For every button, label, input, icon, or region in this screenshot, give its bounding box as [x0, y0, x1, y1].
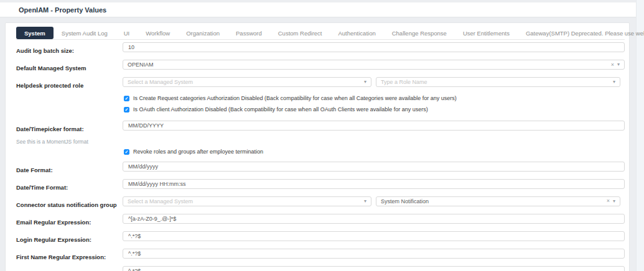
select-placeholder: Type a Role Name [381, 79, 613, 85]
momentjs-hint: See this is a MomentJS format [16, 139, 123, 145]
caret-down-icon: ▾ [364, 80, 366, 85]
tab-bar: System System Audit Log UI Workflow Orga… [16, 27, 625, 40]
helpdesk-role-name-select[interactable]: Type a Role Name ▾ [376, 77, 620, 87]
tab-organization[interactable]: Organization [178, 27, 228, 39]
field-row-email-regex: Email Regular Expression: [16, 214, 625, 227]
select-placeholder: Select a Managed System [128, 198, 364, 204]
connector-managed-system-select[interactable]: Select a Managed System ▾ [123, 196, 371, 206]
helpdesk-managed-system-select[interactable]: Select a Managed System ▾ [123, 77, 371, 87]
first-name-regex-input[interactable] [123, 249, 625, 259]
select-placeholder: Select a Managed System [128, 79, 364, 85]
tab-authentication[interactable]: Authentication [330, 27, 383, 39]
last-name-regex-input[interactable] [123, 266, 625, 271]
selected-value: OPENIAM [128, 62, 611, 68]
caret-down-icon: ▾ [613, 199, 615, 204]
oauth-client-checkbox[interactable]: ✓ [124, 107, 129, 113]
datetime-format-input[interactable] [123, 179, 625, 189]
tab-password[interactable]: Password [228, 27, 270, 39]
checkbox-label: Is Create Request categories Authorizati… [133, 96, 457, 102]
field-label: Connector status notification group [16, 201, 117, 208]
caret-down-icon: ▾ [364, 199, 366, 204]
field-label: Audit log batch size: [16, 47, 74, 54]
clear-icon[interactable]: × [607, 198, 610, 204]
page-header: OpenIAM - Property Values [0, 2, 644, 17]
field-row-helpdesk-protected-role: Helpdesk protected role Select a Managed… [16, 77, 625, 90]
system-properties-form: Audit log batch size: Default Managed Sy… [16, 40, 625, 271]
caret-down-icon: ▾ [617, 62, 620, 67]
field-label: Email Regular Expression: [16, 219, 91, 226]
property-values-card: System System Audit Log UI Workflow Orga… [5, 22, 630, 271]
page-title: OpenIAM - Property Values [19, 6, 106, 14]
tab-challenge-response[interactable]: Challenge Response [384, 27, 455, 39]
checkbox-label: Is OAuth client Authorization Disabled (… [133, 107, 428, 113]
field-row-audit-log-batch-size: Audit log batch size: [16, 42, 625, 55]
connector-notification-group-select[interactable]: System Notification × ▾ [376, 196, 620, 206]
tab-user-entitlements[interactable]: User Entitlements [455, 27, 518, 39]
checkbox-row-create-request: ✓ Is Create Request categories Authoriza… [124, 96, 625, 102]
field-label: Default Managed System [16, 65, 86, 71]
tab-system-audit-log[interactable]: System Audit Log [54, 27, 116, 39]
clear-icon[interactable]: × [611, 62, 614, 68]
field-row-connector-status-group: Connector status notification group Sele… [16, 196, 625, 209]
audit-log-batch-size-input[interactable] [123, 42, 625, 52]
datetimepicker-format-input[interactable] [123, 121, 625, 131]
tab-ui[interactable]: UI [116, 27, 138, 39]
create-request-checkbox[interactable]: ✓ [124, 96, 129, 101]
tab-workflow[interactable]: Workflow [138, 27, 178, 39]
default-managed-system-select[interactable]: OPENIAM × ▾ [123, 60, 625, 70]
field-row-login-regex: Login Regular Expression: [16, 231, 625, 244]
tab-gateway-smtp[interactable]: Gateway(SMTP) Deprecated. Please use web… [518, 27, 644, 39]
field-label: Date Format: [16, 167, 53, 173]
field-row-datetime-format: Date/Time Format: [16, 179, 625, 192]
check-icon: ✓ [125, 108, 129, 112]
field-label: Date/Time Format: [16, 184, 68, 191]
field-label: Login Regular Expression: [16, 236, 91, 243]
field-label: First Name Regular Expression: [16, 254, 106, 260]
field-row-date-format: Date Format: [16, 162, 625, 175]
field-row-first-name-regex: First Name Regular Expression: [16, 249, 625, 262]
caret-down-icon: ▾ [613, 80, 615, 85]
login-regex-input[interactable] [123, 231, 625, 241]
checkbox-row-revoke-roles: ✓ Revoke roles and groups after employee… [124, 149, 625, 155]
field-row-datetimepicker-format: Date/Timepicker format: See this is a Mo… [16, 121, 625, 145]
field-row-last-name-regex: Last Name Regular Expression: [16, 266, 625, 271]
revoke-roles-checkbox[interactable]: ✓ [124, 149, 129, 155]
date-format-input[interactable] [123, 162, 625, 172]
checkbox-label: Revoke roles and groups after employee t… [133, 149, 263, 155]
check-icon: ✓ [125, 150, 129, 154]
field-label: Helpdesk protected role [16, 82, 83, 89]
selected-value: System Notification [381, 198, 607, 204]
tab-custom-redirect[interactable]: Custom Redirect [270, 27, 330, 39]
field-label: Date/Timepicker format: [16, 126, 84, 132]
email-regex-input[interactable] [123, 214, 625, 224]
check-icon: ✓ [125, 96, 129, 101]
field-row-default-managed-system: Default Managed System OPENIAM × ▾ [16, 60, 625, 73]
checkbox-row-oauth-client: ✓ Is OAuth client Authorization Disabled… [124, 107, 625, 113]
tab-system[interactable]: System [16, 27, 54, 39]
right-edge-strip [636, 0, 644, 271]
